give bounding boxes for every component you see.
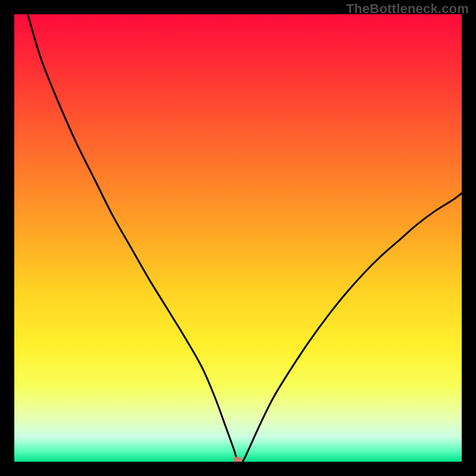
watermark-text: TheBottleneck.com — [346, 1, 469, 17]
bottleneck-chart — [14, 14, 462, 462]
optimal-point-marker — [234, 457, 242, 462]
chart-frame: { "watermark": "TheBottleneck.com", "col… — [0, 0, 476, 476]
gradient-background — [14, 14, 462, 462]
